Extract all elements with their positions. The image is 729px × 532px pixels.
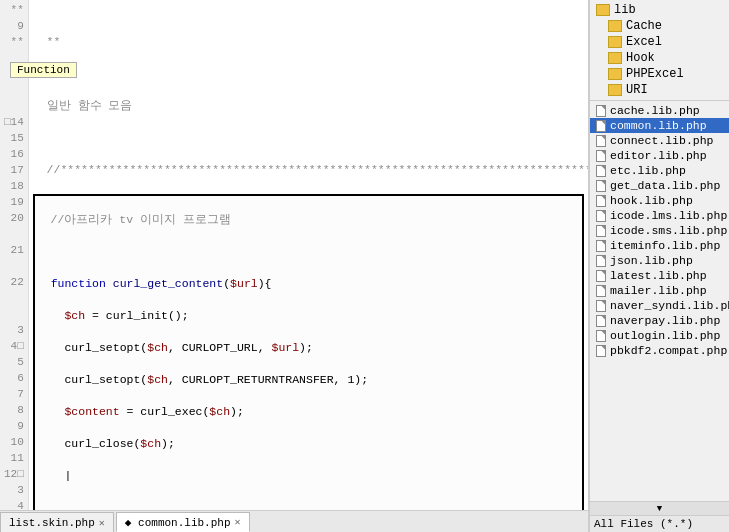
folder-icon <box>596 4 610 16</box>
folder-icon <box>608 52 622 64</box>
folder-name: Hook <box>626 51 655 65</box>
code-line: function curl_get_content($url){ <box>37 276 580 292</box>
file-iteminfo-lib[interactable]: iteminfo.lib.php <box>590 238 729 253</box>
file-name: etc.lib.php <box>610 164 686 177</box>
file-naver-syndi-lib[interactable]: naver_syndi.lib.php <box>590 298 729 313</box>
file-icon <box>596 345 606 357</box>
file-cache-lib[interactable]: cache.lib.php <box>590 103 729 118</box>
file-icon <box>596 180 606 192</box>
file-icon <box>596 195 606 207</box>
file-name: naverpay.lib.php <box>610 314 720 327</box>
file-name: pbkdf2.compat.php <box>610 344 727 357</box>
file-icon <box>596 270 606 282</box>
tab-common-lib[interactable]: ◆ common.lib.php ✕ <box>116 512 250 532</box>
file-name: connect.lib.php <box>610 134 714 147</box>
code-line: curl_setopt($ch, CURLOPT_URL, $url); <box>37 340 580 356</box>
folder-name: Cache <box>626 19 662 33</box>
code-line: 일반 함수 모음 <box>33 98 584 114</box>
file-editor-lib[interactable]: editor.lib.php <box>590 148 729 163</box>
tab-list-skin[interactable]: list.skin.php ✕ <box>0 512 114 532</box>
file-connect-lib[interactable]: connect.lib.php <box>590 133 729 148</box>
tab-label: list.skin.php <box>9 517 95 529</box>
folder-cache[interactable]: Cache <box>590 18 729 34</box>
file-name: get_data.lib.php <box>610 179 720 192</box>
file-json-lib[interactable]: json.lib.php <box>590 253 729 268</box>
file-name: latest.lib.php <box>610 269 707 282</box>
file-get-data-lib[interactable]: get_data.lib.php <box>590 178 729 193</box>
code-line: ** <box>33 34 584 50</box>
scroll-down-icon: ▼ <box>657 504 662 514</box>
file-name: naver_syndi.lib.php <box>610 299 729 312</box>
folder-hook[interactable]: Hook <box>590 50 729 66</box>
code-line: | <box>37 468 580 484</box>
file-icon <box>596 165 606 177</box>
code-line <box>37 500 580 510</box>
code-line: curl_setopt($ch, CURLOPT_RETURNTRANSFER,… <box>37 372 580 388</box>
sidebar: lib Cache Excel Hook PHPExcel URI <box>589 0 729 532</box>
file-name: icode.sms.lib.php <box>610 224 727 237</box>
folder-name: URI <box>626 83 648 97</box>
file-pbkdf2-compat[interactable]: pbkdf2.compat.php <box>590 343 729 358</box>
file-etc-lib[interactable]: etc.lib.php <box>590 163 729 178</box>
code-line: //**************************************… <box>33 162 584 178</box>
file-icon <box>596 285 606 297</box>
file-icon <box>596 240 606 252</box>
filter-label: All Files (*.*) <box>594 518 693 530</box>
file-icon <box>596 330 606 342</box>
code-line: curl_close($ch); <box>37 436 580 452</box>
file-name: json.lib.php <box>610 254 693 267</box>
folder-phpexcel[interactable]: PHPExcel <box>590 66 729 82</box>
file-icon <box>596 120 606 132</box>
tab-label: ◆ common.lib.php <box>125 516 231 529</box>
function-tooltip: Function <box>10 62 77 78</box>
tooltip-text: Function <box>17 64 70 76</box>
folder-name: PHPExcel <box>626 67 684 81</box>
file-name: hook.lib.php <box>610 194 693 207</box>
folder-lib[interactable]: lib <box>590 2 729 18</box>
code-line: $content = curl_exec($ch); <box>37 404 580 420</box>
file-mailer-lib[interactable]: mailer.lib.php <box>590 283 729 298</box>
code-editor[interactable]: Function ** 9 ** 11 □14 15 16 17 18 19 2… <box>0 0 589 532</box>
folder-icon <box>608 20 622 32</box>
code-line: ** <box>33 66 584 82</box>
file-icon <box>596 135 606 147</box>
file-name: mailer.lib.php <box>610 284 707 297</box>
file-icon <box>596 255 606 267</box>
file-icon <box>596 300 606 312</box>
file-name: cache.lib.php <box>610 104 700 117</box>
file-name: common.lib.php <box>610 119 707 132</box>
file-icode-lms-lib[interactable]: icode.lms.lib.php <box>590 208 729 223</box>
folder-icon <box>608 84 622 96</box>
bottom-tabs: list.skin.php ✕ ◆ common.lib.php ✕ <box>0 510 588 532</box>
file-name: iteminfo.lib.php <box>610 239 720 252</box>
code-line <box>33 130 584 146</box>
tab-close-icon[interactable]: ✕ <box>235 516 241 528</box>
file-hook-lib[interactable]: hook.lib.php <box>590 193 729 208</box>
folder-icon <box>608 36 622 48</box>
folder-name: Excel <box>626 35 662 49</box>
file-icon <box>596 105 606 117</box>
file-icon <box>596 210 606 222</box>
file-name: icode.lms.lib.php <box>610 209 727 222</box>
folder-excel[interactable]: Excel <box>590 34 729 50</box>
filter-bar: All Files (*.*) <box>590 515 729 532</box>
file-common-lib[interactable]: common.lib.php <box>590 118 729 133</box>
file-outlogin-lib[interactable]: outlogin.lib.php <box>590 328 729 343</box>
file-naverpay-lib[interactable]: naverpay.lib.php <box>590 313 729 328</box>
file-icon <box>596 315 606 327</box>
sidebar-scroll-button[interactable]: ▼ <box>590 501 729 515</box>
code-line: //아프리카 tv 이미지 프로그램 <box>37 212 580 228</box>
file-icon <box>596 150 606 162</box>
file-name: outlogin.lib.php <box>610 329 720 342</box>
file-name: editor.lib.php <box>610 149 707 162</box>
folder-icon <box>608 68 622 80</box>
code-line <box>37 244 580 260</box>
code-line: $ch = curl_init(); <box>37 308 580 324</box>
file-list: cache.lib.php common.lib.php connect.lib… <box>590 101 729 501</box>
folder-name: lib <box>614 3 636 17</box>
file-icode-sms-lib[interactable]: icode.sms.lib.php <box>590 223 729 238</box>
code-text[interactable]: ** ** 일반 함수 모음 //***********************… <box>29 0 588 510</box>
folder-uri[interactable]: URI <box>590 82 729 98</box>
tab-close-icon[interactable]: ✕ <box>99 517 105 529</box>
file-latest-lib[interactable]: latest.lib.php <box>590 268 729 283</box>
